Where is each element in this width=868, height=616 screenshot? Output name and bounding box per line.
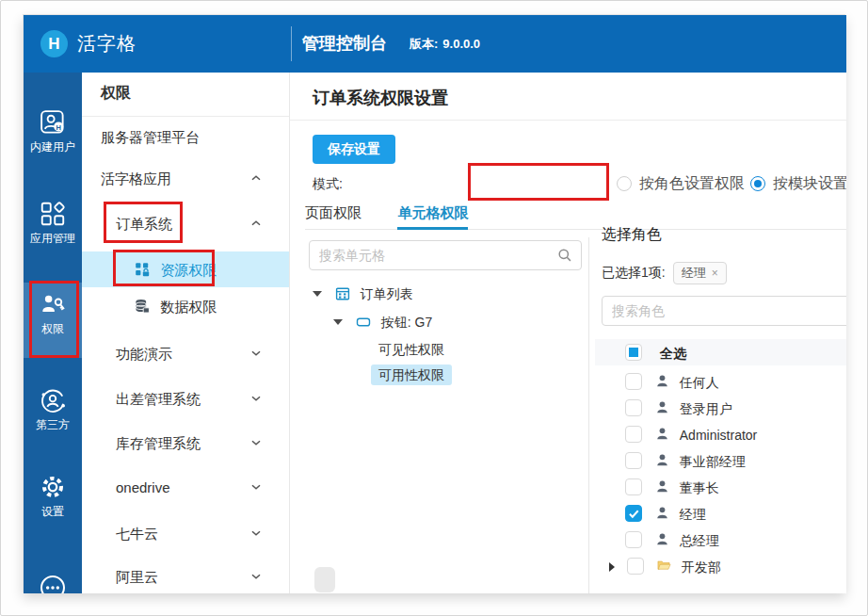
- sidebar-item-label: 内建用户: [24, 140, 82, 154]
- sidebar-item-permissions[interactable]: 权限: [24, 283, 82, 358]
- selected-count-label: 已选择1项:: [602, 265, 666, 280]
- sidebar-item-label: 设置: [24, 505, 82, 518]
- user-icon: [655, 453, 669, 467]
- radio-icon: [750, 176, 765, 191]
- nav-item-qiniu-cloud[interactable]: 七牛云: [82, 515, 290, 551]
- chevron-up-icon: [250, 174, 262, 182]
- more-icon: [38, 573, 68, 593]
- role-row-development-department[interactable]: 开发部: [595, 553, 846, 579]
- nav-item-data-permission[interactable]: 数据权限: [82, 288, 290, 324]
- radio-by-role[interactable]: 按角色设置权限: [617, 171, 745, 196]
- cell-search-input[interactable]: [309, 240, 582, 270]
- expander-down-icon[interactable]: [313, 291, 322, 297]
- radio-icon: [617, 176, 632, 191]
- nav-item-feature-demo[interactable]: 功能演示: [82, 335, 290, 371]
- sidebar-item-builtin-users[interactable]: H 内建用户: [24, 101, 82, 176]
- sidebar-item-settings[interactable]: 设置: [24, 465, 82, 541]
- role-row-chairman[interactable]: 董事长: [595, 474, 846, 500]
- role-search-input[interactable]: [602, 296, 846, 326]
- role-checkbox[interactable]: [625, 373, 642, 390]
- icon-sidebar: H 内建用户 应用管理 权限: [24, 73, 82, 593]
- role-checkbox[interactable]: [625, 531, 642, 548]
- user-icon: [655, 374, 669, 388]
- role-row-division-manager[interactable]: 事业部经理: [595, 447, 846, 474]
- role-row-manager[interactable]: 经理: [595, 500, 846, 527]
- nav-item-aliyun[interactable]: 阿里云: [82, 559, 290, 593]
- role-row-administrator[interactable]: Administrator: [595, 421, 846, 447]
- save-settings-button[interactable]: 保存设置: [313, 135, 395, 164]
- nav-item-huozige-apps[interactable]: 活字格应用: [82, 160, 290, 196]
- title-divider: [290, 120, 846, 121]
- role-checkbox[interactable]: [625, 426, 642, 443]
- sidebar-item-third-party[interactable]: 第三方: [24, 379, 82, 454]
- chevron-down-icon: [250, 349, 262, 357]
- role-row-logged-in-user[interactable]: 登录用户: [595, 395, 846, 421]
- tab-cell-permission[interactable]: 单元格权限: [397, 202, 468, 230]
- expander-down-icon[interactable]: [333, 319, 343, 325]
- chevron-down-icon: [250, 529, 262, 537]
- mode-label: 模式:: [313, 176, 343, 191]
- tag-close-icon[interactable]: ×: [712, 267, 718, 280]
- chevron-down-icon: [250, 395, 262, 402]
- user-icon: [655, 427, 669, 441]
- tree-node-order-list[interactable]: 订单列表: [313, 282, 413, 306]
- tree-leaf-usability-permission[interactable]: 可用性权限: [371, 363, 452, 387]
- svg-text:H: H: [56, 123, 61, 132]
- chevron-up-icon: [250, 219, 262, 227]
- sidebar-item-more[interactable]: [24, 565, 82, 593]
- huozige-logo-icon: H: [40, 30, 68, 57]
- selected-roles-row: 已选择1项:经理×: [602, 261, 727, 284]
- select-all-row[interactable]: 全选: [595, 339, 846, 365]
- main-content: 订单系统权限设置 保存设置 模式: 按角色设置权限 按模块设置权限 页面权限 单…: [290, 73, 846, 593]
- role-checkbox[interactable]: [627, 558, 644, 575]
- role-checkbox[interactable]: [625, 399, 642, 416]
- tree-node-button-g7[interactable]: 按钮: G7: [333, 310, 432, 334]
- version-value: 9.0.0.0: [442, 37, 480, 51]
- panel-divider: [588, 237, 589, 593]
- nav-item-inventory-system[interactable]: 库存管理系统: [82, 425, 290, 461]
- role-row-general-manager[interactable]: 总经理: [595, 527, 846, 553]
- console-title: 管理控制台: [302, 15, 387, 73]
- folder-icon: [657, 559, 671, 573]
- nav-item-business-trip-system[interactable]: 出差管理系统: [82, 381, 290, 416]
- role-checkbox-checked[interactable]: [625, 505, 642, 522]
- expander-right-icon[interactable]: [609, 562, 615, 572]
- button-icon: [356, 315, 371, 330]
- tab-page-permission[interactable]: 页面权限: [305, 202, 362, 230]
- search-icon: [557, 248, 572, 263]
- scrollbar-thumb[interactable]: [314, 567, 335, 592]
- nav-item-resource-permission[interactable]: 资源权限: [82, 251, 290, 287]
- nav-panel-title: 权限: [101, 84, 131, 104]
- version-label: 版本:: [410, 37, 438, 51]
- third-party-icon: [39, 386, 67, 414]
- select-all-checkbox[interactable]: [625, 344, 642, 361]
- role-row-anyone[interactable]: 任何人: [595, 368, 846, 395]
- role-checkbox[interactable]: [625, 452, 642, 469]
- sidebar-item-label: 权限: [24, 322, 82, 335]
- mode-row: 模式:: [313, 171, 343, 196]
- user-icon: [655, 400, 669, 414]
- settings-icon: [39, 473, 67, 501]
- top-bar: H 活字格 管理控制台 版本:9.0.0.0: [24, 15, 846, 73]
- chevron-down-icon: [250, 483, 262, 491]
- admin-console-window: H 活字格 管理控制台 版本:9.0.0.0 H 内建用户: [23, 14, 845, 592]
- data-permission-icon: [135, 299, 150, 314]
- chevron-down-icon: [250, 439, 262, 446]
- topbar-divider: [291, 26, 292, 61]
- radio-by-module[interactable]: 按模块设置权限: [750, 171, 846, 196]
- role-checkbox[interactable]: [625, 478, 642, 495]
- permission-nav-panel: 权限 服务器管理平台 活字格应用 订单系统: [82, 73, 290, 593]
- tree-leaf-visibility-permission[interactable]: 可见性权限: [378, 337, 444, 362]
- app-management-icon: [39, 200, 67, 228]
- nav-item-onedrive[interactable]: onedrive: [82, 469, 290, 505]
- nav-item-server-platform[interactable]: 服务器管理平台: [82, 119, 290, 154]
- user-icon: [655, 506, 669, 520]
- user-icon: [655, 479, 669, 494]
- chevron-down-icon: [250, 573, 262, 580]
- page-title: 订单系统权限设置: [313, 87, 448, 109]
- user-icon: [655, 532, 669, 546]
- nav-item-order-system[interactable]: 订单系统: [82, 205, 290, 241]
- brand-title: 活字格: [77, 15, 137, 73]
- sidebar-item-app-management[interactable]: 应用管理: [24, 192, 82, 267]
- version-info: 版本:9.0.0.0: [410, 15, 485, 73]
